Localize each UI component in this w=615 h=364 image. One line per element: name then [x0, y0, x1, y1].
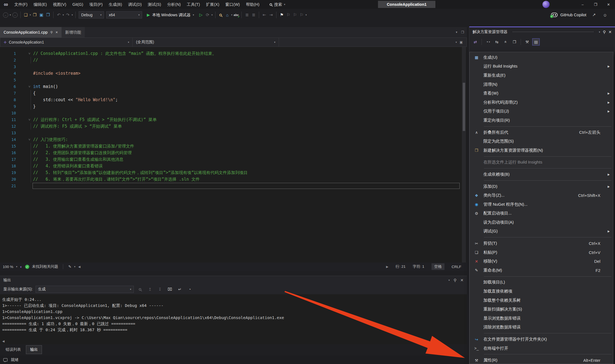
split-window-icon[interactable]: ▣: [460, 40, 463, 44]
context-menu-item[interactable]: 卸载项目(L): [470, 278, 613, 287]
clear-all-icon[interactable]: ⌧: [166, 286, 174, 293]
minimize-button[interactable]: –: [576, 0, 589, 9]
menu-item[interactable]: 分析(N): [164, 0, 184, 9]
bookmark-clear-icon[interactable]: ⚐: [298, 11, 305, 18]
chevron-down-icon[interactable]: ▾: [599, 31, 600, 33]
menu-item[interactable]: 文件(F): [11, 0, 31, 9]
nav-forward-icon[interactable]: →: [12, 12, 18, 18]
bottom-panel-tab[interactable]: 错误列表: [2, 345, 25, 354]
context-menu-item[interactable]: 添加(D)▶: [470, 182, 613, 191]
open-file-icon[interactable]: ❒: [31, 11, 38, 18]
uncomment-icon[interactable]: ≣: [250, 11, 257, 18]
pin-icon[interactable]: ⚲: [454, 278, 456, 282]
document-tab[interactable]: ConsoleApplication1.cpp⚲✕: [0, 27, 62, 38]
save-all-icon[interactable]: ❐: [45, 11, 51, 18]
context-menu-item[interactable]: 在所选文件上运行 Build Insights: [470, 158, 613, 167]
context-menu-item[interactable]: ❖类向导(Z)...Ctrl+Shift+X: [470, 191, 613, 200]
chevron-down-icon[interactable]: ▾: [456, 41, 457, 44]
close-icon[interactable]: ✕: [608, 30, 612, 34]
project-dropdown[interactable]: ✛ ConsoleApplication1 ▾: [0, 38, 133, 47]
context-menu-item[interactable]: 重新扫描解决方案(S): [470, 305, 613, 314]
context-menu-item[interactable]: ◉管理 NuGet 程序包(N)...: [470, 200, 613, 209]
zoom-level-dropdown[interactable]: 100 %: [3, 265, 13, 269]
feedback-icon[interactable]: ☺: [602, 11, 608, 18]
column-indicator[interactable]: 字符: 1: [413, 264, 424, 269]
chevron-down-icon[interactable]: ▾: [72, 14, 73, 16]
bookmark-prev-icon[interactable]: ⚐: [285, 11, 292, 18]
redo-icon[interactable]: ↷: [65, 11, 71, 18]
context-menu-item[interactable]: ✂剪切(T)Ctrl+X: [470, 239, 613, 248]
menu-item[interactable]: 项目(P): [86, 0, 106, 9]
context-menu-item[interactable]: 运行 Build Insights▶: [470, 62, 613, 71]
context-menu-item[interactable]: ⚒属性(R)Alt+Enter: [470, 356, 613, 364]
document-health-icon[interactable]: ◐: [20, 265, 22, 269]
solution-explorer-sync-icon[interactable]: ⌂: [224, 11, 231, 18]
panel-drag-grip[interactable]: [512, 31, 594, 33]
word-wrap-icon[interactable]: ↵: [176, 286, 183, 293]
context-menu-item[interactable]: 生成依赖项(B)▶: [470, 170, 613, 179]
chevron-down-icon[interactable]: ▾: [63, 14, 64, 16]
solution-platforms-select[interactable]: x64▾: [106, 11, 142, 18]
context-menu-item[interactable]: 加载直接依赖项: [470, 287, 613, 296]
find-message-icon[interactable]: [137, 286, 144, 293]
pending-changes-icon[interactable]: ◔▾: [484, 38, 492, 46]
nav-back-icon[interactable]: ←: [3, 12, 8, 18]
context-menu-item[interactable]: ↪在文件资源管理器中打开文件夹(X): [470, 335, 613, 344]
context-menu-item[interactable]: >_在终端中打开: [470, 344, 613, 353]
goto-previous-message-icon[interactable]: ↥: [147, 286, 154, 293]
context-menu-item[interactable]: 显示浏览数据库错误: [470, 314, 613, 323]
output-hscroll-left-arrow[interactable]: ◀: [2, 339, 4, 343]
chevron-down-icon[interactable]: ▾: [30, 14, 31, 16]
tab-group-icon[interactable]: ❐: [461, 30, 464, 34]
context-menu-item[interactable]: 清除浏览数据库错误: [470, 323, 613, 332]
save-icon[interactable]: ▣: [38, 11, 45, 18]
sync-with-active-document-icon[interactable]: ⇆: [493, 38, 500, 46]
context-menu-item[interactable]: ✕移除(V)Del: [470, 257, 613, 266]
scope-dropdown[interactable]: (全局范围) ▾: [133, 38, 279, 47]
account-avatar[interactable]: [542, 1, 550, 8]
indent-increase-icon[interactable]: ⇥: [268, 11, 274, 18]
show-all-files-icon[interactable]: ▤: [532, 38, 540, 46]
bookmark-toggle-icon[interactable]: ⚑: [278, 11, 285, 18]
context-menu-item[interactable]: 调试(G)▶: [470, 227, 613, 236]
comment-icon[interactable]: ≣: [244, 11, 250, 18]
collapse-all-icon[interactable]: «: [502, 38, 509, 46]
pin-icon[interactable]: ⚲: [50, 31, 53, 34]
start-debugging-button[interactable]: ▶本地 Windows 调试器▾: [144, 12, 196, 18]
search-box[interactable]: 搜索 ▾: [270, 2, 285, 7]
new-project-icon[interactable]: ❑: [23, 11, 29, 18]
start-without-debugging-icon[interactable]: ▷: [198, 11, 204, 18]
hscroll-left-arrow[interactable]: ◀: [78, 265, 80, 269]
chevron-down-icon[interactable]: ▾: [231, 14, 233, 16]
context-menu-item[interactable]: ❐新建解决方案资源管理器视图(N): [470, 146, 613, 155]
menu-item[interactable]: 窗口(W): [222, 0, 243, 9]
pin-icon[interactable]: ⚲: [603, 30, 606, 34]
goto-next-message-icon[interactable]: ↧: [156, 286, 164, 293]
output-source-select[interactable]: 生成 ▾: [36, 286, 134, 293]
context-menu-item[interactable]: 仅用于项目(J)▶: [470, 107, 613, 116]
menu-item[interactable]: 生成(B): [106, 0, 125, 9]
tab-list-chevron-icon[interactable]: ▼: [455, 31, 458, 34]
chevron-down-icon[interactable]: ▾: [305, 14, 307, 16]
context-menu-item[interactable]: 重定向项目(R): [470, 116, 613, 125]
spell-check-icon[interactable]: abc✓: [233, 11, 239, 18]
menu-item[interactable]: 帮助(H): [243, 0, 262, 9]
bottom-panel-tab[interactable]: 输出: [26, 345, 42, 354]
share-icon[interactable]: ↗: [591, 11, 597, 18]
fold-collapse-icon[interactable]: ˅: [16, 136, 33, 143]
context-menu-item[interactable]: ⚙配置启动项目...: [470, 209, 613, 218]
fold-collapse-icon[interactable]: ˅: [16, 116, 33, 123]
line-ending-indicator[interactable]: CRLF: [452, 265, 461, 269]
menu-item[interactable]: 视图(V): [50, 0, 69, 9]
fold-collapse-icon[interactable]: ˅: [16, 83, 33, 90]
fold-collapse-icon[interactable]: ˅: [16, 50, 33, 57]
pen-icon[interactable]: ✎: [68, 264, 71, 269]
chevron-down-icon[interactable]: ▾: [211, 14, 213, 16]
undo-icon[interactable]: ↶: [55, 11, 62, 18]
feedback-bubble-icon[interactable]: [3, 358, 7, 362]
editor-vertical-scrollbar[interactable]: [462, 47, 466, 263]
menu-item[interactable]: 测试(S): [145, 0, 164, 9]
menu-item[interactable]: 调试(D): [125, 0, 145, 9]
properties-icon[interactable]: ⚒: [523, 38, 531, 46]
hscroll-right-arrow[interactable]: ▶: [386, 265, 388, 269]
